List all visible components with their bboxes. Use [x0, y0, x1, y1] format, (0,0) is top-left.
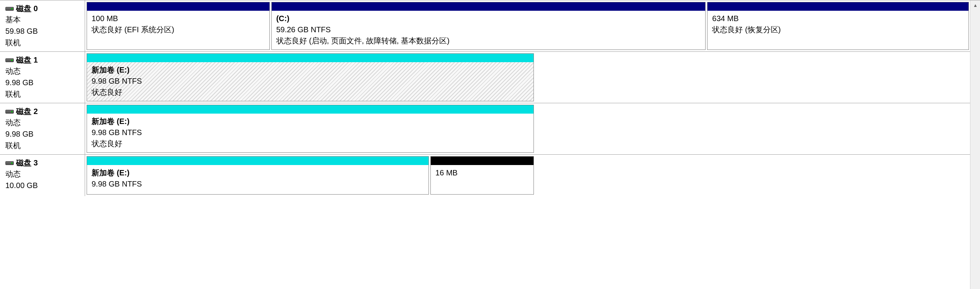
partition-color-bar	[87, 157, 428, 165]
partitions-area: 新加卷 (E:) 9.98 GB NTFS 状态良好	[85, 52, 535, 103]
partition-color-bar	[708, 2, 969, 11]
volume-status: 状态良好 (启动, 页面文件, 故障转储, 基本数据分区)	[276, 35, 701, 46]
volume-size: 59.26 GB NTFS	[276, 24, 701, 35]
volume-status: 状态良好	[92, 87, 529, 98]
partition-info: 634 MB 状态良好 (恢复分区)	[708, 11, 969, 50]
disk-status: 联机	[5, 37, 79, 48]
disk-size: 10.00 GB	[5, 180, 79, 191]
partition-box[interactable]: 新加卷 (E:) 9.98 GB NTFS 状态良好	[87, 105, 534, 153]
partition-color-bar	[431, 157, 534, 165]
disk-management-graphical-view: ▲ 磁盘 0 基本 59.98 GB 联机 100 MB 状态良好 (EFI 系…	[0, 0, 980, 289]
volume-name: 新加卷 (E:)	[92, 167, 424, 178]
partition-info: 新加卷 (E:) 9.98 GB NTFS 状态良好	[87, 114, 534, 152]
disk-name: 磁盘 3	[16, 158, 38, 168]
disk-info-panel[interactable]: 磁盘 1 动态 9.98 GB 联机	[0, 52, 85, 103]
partition-info: 新加卷 (E:) 9.98 GB NTFS	[87, 165, 428, 194]
volume-name: (C:)	[276, 13, 701, 24]
partition-info: (C:) 59.26 GB NTFS 状态良好 (启动, 页面文件, 故障转储,…	[272, 11, 706, 50]
disk-icon	[5, 161, 14, 165]
partition-box[interactable]: 16 MB	[430, 156, 534, 195]
disk-type: 动态	[5, 168, 79, 180]
partition-info: 16 MB	[431, 165, 534, 194]
partition-box[interactable]: 新加卷 (E:) 9.98 GB NTFS 状态良好	[87, 53, 534, 101]
disk-info-panel[interactable]: 磁盘 0 基本 59.98 GB 联机	[0, 0, 85, 51]
disk-icon	[5, 58, 14, 62]
volume-name: 新加卷 (E:)	[92, 116, 529, 127]
volume-status: 状态良好	[92, 138, 529, 149]
partition-box[interactable]: 100 MB 状态良好 (EFI 系统分区)	[87, 2, 270, 50]
volume-name: 新加卷 (E:)	[92, 64, 529, 76]
partition-box[interactable]: 634 MB 状态良好 (恢复分区)	[707, 2, 969, 50]
partition-color-bar	[272, 2, 706, 11]
disk-row: 磁盘 2 动态 9.98 GB 联机 新加卷 (E:) 9.98 GB NTFS…	[0, 103, 980, 155]
volume-size: 9.98 GB NTFS	[92, 76, 529, 87]
partition-box[interactable]: 新加卷 (E:) 9.98 GB NTFS	[87, 156, 429, 195]
volume-status: 状态良好 (EFI 系统分区)	[92, 24, 265, 35]
volume-size: 634 MB	[712, 13, 964, 24]
disk-row: 磁盘 1 动态 9.98 GB 联机 新加卷 (E:) 9.98 GB NTFS…	[0, 52, 980, 103]
partition-info: 100 MB 状态良好 (EFI 系统分区)	[87, 11, 269, 50]
disk-name: 磁盘 1	[16, 55, 38, 65]
partition-color-bar	[87, 2, 269, 11]
disk-status: 联机	[5, 88, 79, 100]
disk-size: 59.98 GB	[5, 25, 79, 37]
disk-name: 磁盘 0	[16, 3, 38, 14]
disk-info-panel[interactable]: 磁盘 2 动态 9.98 GB 联机	[0, 103, 85, 154]
partition-box[interactable]: (C:) 59.26 GB NTFS 状态良好 (启动, 页面文件, 故障转储,…	[271, 2, 706, 50]
volume-size: 9.98 GB NTFS	[92, 127, 529, 138]
scroll-up-arrow-icon[interactable]: ▲	[970, 0, 980, 10]
disk-type: 基本	[5, 14, 79, 25]
vertical-scrollbar[interactable]: ▲	[970, 0, 980, 289]
volume-size: 9.98 GB NTFS	[92, 178, 424, 190]
disk-icon	[5, 110, 14, 114]
disk-type: 动态	[5, 65, 79, 77]
partition-color-bar	[87, 54, 534, 62]
disk-info-panel[interactable]: 磁盘 3 动态 10.00 GB	[0, 155, 85, 196]
partition-info: 新加卷 (E:) 9.98 GB NTFS 状态良好	[87, 62, 534, 101]
disk-row: 磁盘 3 动态 10.00 GB 新加卷 (E:) 9.98 GB NTFS 1…	[0, 155, 980, 196]
disk-type: 动态	[5, 117, 79, 128]
disk-row: 磁盘 0 基本 59.98 GB 联机 100 MB 状态良好 (EFI 系统分…	[0, 0, 980, 52]
partitions-area: 100 MB 状态良好 (EFI 系统分区) (C:) 59.26 GB NTF…	[85, 0, 970, 51]
partitions-area: 新加卷 (E:) 9.98 GB NTFS 状态良好	[85, 103, 535, 154]
volume-size: 100 MB	[92, 13, 265, 24]
disk-name: 磁盘 2	[16, 106, 38, 117]
disk-size: 9.98 GB	[5, 77, 79, 88]
partitions-area: 新加卷 (E:) 9.98 GB NTFS 16 MB	[85, 155, 535, 196]
disk-size: 9.98 GB	[5, 128, 79, 140]
disk-status: 联机	[5, 140, 79, 151]
partition-color-bar	[87, 105, 534, 114]
volume-size: 16 MB	[435, 167, 529, 178]
disk-icon	[5, 7, 14, 11]
volume-status: 状态良好 (恢复分区)	[712, 24, 964, 35]
